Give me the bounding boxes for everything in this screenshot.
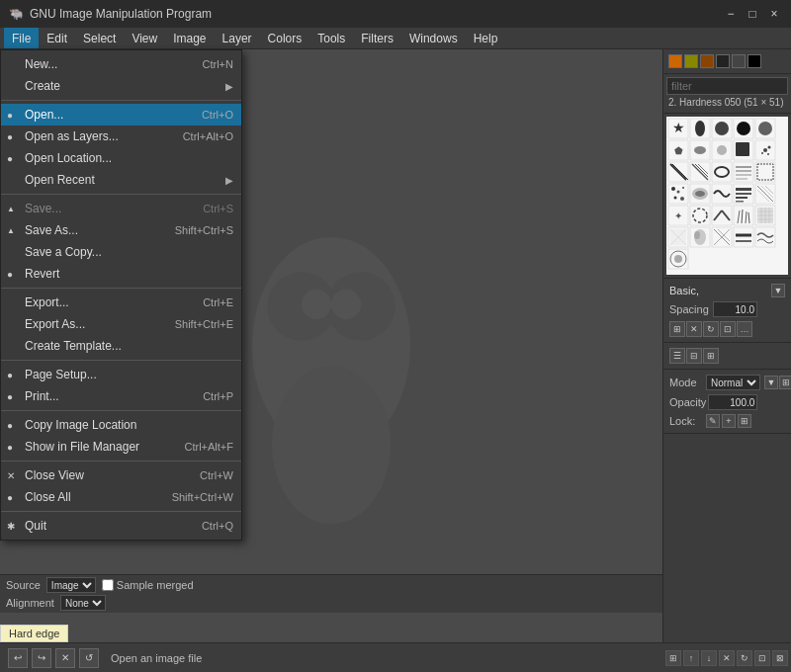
- color-swatches-section: [663, 49, 791, 74]
- app-icon: 🐃: [8, 6, 24, 22]
- menu-revert[interactable]: ● Revert: [1, 263, 241, 285]
- layer-tool-3[interactable]: ⊞: [703, 348, 719, 364]
- menu-save[interactable]: ▲ Save... Ctrl+S: [1, 198, 241, 219]
- layer-tool-1[interactable]: ☰: [669, 348, 685, 364]
- svg-line-74: [742, 210, 743, 223]
- swatch-brown[interactable]: [700, 54, 714, 68]
- title-bar: 🐃 GNU Image Manipulation Program − □ ×: [0, 0, 791, 28]
- svg-rect-23: [736, 142, 749, 156]
- rp-bottom-btn-2[interactable]: ↑: [683, 650, 699, 666]
- brush-tool-2[interactable]: ✕: [686, 321, 702, 337]
- menu-item-layer[interactable]: Layer: [215, 28, 260, 48]
- redo-button[interactable]: ↪: [32, 648, 51, 668]
- swatch-dark[interactable]: [716, 54, 730, 68]
- swatch-black[interactable]: [747, 54, 761, 68]
- rotate-button[interactable]: ↺: [79, 648, 99, 668]
- mode-label: Mode: [669, 377, 704, 388]
- brush-tool-4[interactable]: ⊡: [720, 321, 736, 337]
- file-manager-icon: ●: [7, 442, 13, 453]
- rp-bottom-btn-1[interactable]: ⊞: [665, 650, 681, 666]
- save-icon: ▲: [7, 205, 15, 213]
- lock-icon-plus[interactable]: +: [722, 414, 736, 428]
- rp-bottom-btn-6[interactable]: ⊡: [754, 650, 770, 666]
- maximize-button[interactable]: □: [744, 5, 761, 23]
- menu-save-copy[interactable]: Save a Copy...: [1, 241, 241, 263]
- menu-close-all[interactable]: ● Close All Shift+Ctrl+W: [1, 486, 241, 508]
- brush-tool-3[interactable]: ↻: [703, 321, 719, 337]
- menu-show-file-manager[interactable]: ● Show in File Manager Ctrl+Alt+F: [1, 436, 241, 458]
- alignment-select[interactable]: None: [60, 595, 106, 611]
- layer-tool-2[interactable]: ⊟: [686, 348, 702, 364]
- menu-item-select[interactable]: Select: [75, 28, 124, 48]
- swatch-gray[interactable]: [732, 54, 746, 68]
- save-as-icon: ▲: [7, 226, 15, 235]
- close-button[interactable]: ×: [765, 5, 783, 23]
- undo-button[interactable]: ↩: [8, 648, 28, 668]
- menu-item-windows[interactable]: Windows: [401, 28, 466, 48]
- menu-open-as-layers[interactable]: ● Open as Layers... Ctrl+Alt+O: [1, 126, 241, 147]
- menu-item-image[interactable]: Image: [165, 28, 214, 48]
- brush-tool-1[interactable]: ⊞: [669, 321, 685, 337]
- menu-close-view[interactable]: ✕ Close View Ctrl+W: [1, 464, 241, 486]
- menu-save-as[interactable]: ▲ Save As... Shift+Ctrl+S: [1, 219, 241, 241]
- swatch-olive[interactable]: [684, 54, 698, 68]
- mode-section: Mode Normal ▼ ⊞ Opacity Lock: ✎ + ⊞: [663, 370, 791, 434]
- open-layers-icon: ●: [7, 131, 13, 142]
- brush-grid[interactable]: ★ ⬟: [666, 117, 788, 275]
- menu-print[interactable]: ● Print... Ctrl+P: [1, 385, 241, 407]
- filter-section: 2. Hardness 050 (51 × 51): [663, 74, 791, 114]
- menu-section-quit: ✱ Quit Ctrl+Q: [1, 512, 241, 540]
- opacity-input[interactable]: [708, 394, 757, 410]
- menu-copy-image-location[interactable]: ● Copy Image Location: [1, 414, 241, 436]
- menu-quit[interactable]: ✱ Quit Ctrl+Q: [1, 515, 241, 537]
- menu-section-print: ● Page Setup... ● Print... Ctrl+P: [1, 361, 241, 411]
- svg-point-9: [695, 121, 705, 136]
- menu-item-edit[interactable]: Edit: [39, 28, 75, 48]
- opacity-label: Opacity: [669, 396, 706, 408]
- rp-bottom-btn-3[interactable]: ↓: [701, 650, 717, 666]
- color-swatches: [666, 52, 788, 70]
- rp-bottom-btn-5[interactable]: ↻: [737, 650, 752, 666]
- svg-rect-99: [755, 227, 775, 247]
- menu-open-location[interactable]: ● Open Location...: [1, 147, 241, 169]
- rp-bottom-btn-7[interactable]: ⊠: [772, 650, 788, 666]
- mode-icon-2[interactable]: ⊞: [779, 376, 791, 389]
- clear-button[interactable]: ✕: [55, 648, 75, 668]
- rp-bottom-btn-4[interactable]: ✕: [719, 650, 735, 666]
- svg-point-25: [763, 148, 767, 152]
- menu-item-tools[interactable]: Tools: [309, 28, 353, 48]
- svg-line-61: [757, 186, 773, 202]
- menu-page-setup[interactable]: ● Page Setup...: [1, 364, 241, 385]
- menu-create-template[interactable]: Create Template...: [1, 335, 241, 357]
- source-row: Source Image Sample merged Alignment Non…: [0, 574, 662, 613]
- menu-export-as[interactable]: Export As... Shift+Ctrl+E: [1, 313, 241, 335]
- window-controls: − □ ×: [722, 5, 783, 23]
- menu-open-recent[interactable]: Open Recent ▶: [1, 169, 241, 191]
- svg-point-15: [758, 122, 772, 135]
- menu-export[interactable]: Export... Ctrl+E: [1, 292, 241, 313]
- tooltip-hard-edge: Hard edge: [0, 625, 68, 642]
- minimize-button[interactable]: −: [722, 5, 740, 23]
- lock-icon-pencil[interactable]: ✎: [706, 414, 720, 428]
- menu-open[interactable]: ● Open... Ctrl+O: [1, 104, 241, 126]
- menu-item-help[interactable]: Help: [466, 28, 506, 48]
- menu-item-view[interactable]: View: [124, 28, 165, 48]
- lock-icon-grid[interactable]: ⊞: [738, 414, 751, 428]
- menu-item-colors[interactable]: Colors: [260, 28, 310, 48]
- panel-icon-btn-1[interactable]: ▼: [771, 284, 785, 297]
- mode-select[interactable]: Normal: [706, 375, 760, 390]
- swatch-orange[interactable]: [668, 54, 682, 68]
- source-select[interactable]: Image: [46, 577, 96, 593]
- svg-rect-59: [736, 201, 744, 203]
- menu-new[interactable]: New... Ctrl+N: [1, 53, 241, 75]
- menu-item-filters[interactable]: Filters: [353, 28, 401, 48]
- menu-create[interactable]: Create ▶: [1, 75, 241, 97]
- spacing-input[interactable]: [713, 301, 757, 317]
- brush-tool-5[interactable]: …: [737, 321, 752, 337]
- mode-icon-1[interactable]: ▼: [764, 376, 778, 389]
- menu-item-file[interactable]: File: [4, 28, 39, 48]
- svg-line-31: [672, 164, 688, 180]
- sample-merged-checkbox[interactable]: [102, 579, 114, 591]
- brush-filter-input[interactable]: [666, 77, 788, 95]
- svg-point-91: [694, 231, 700, 239]
